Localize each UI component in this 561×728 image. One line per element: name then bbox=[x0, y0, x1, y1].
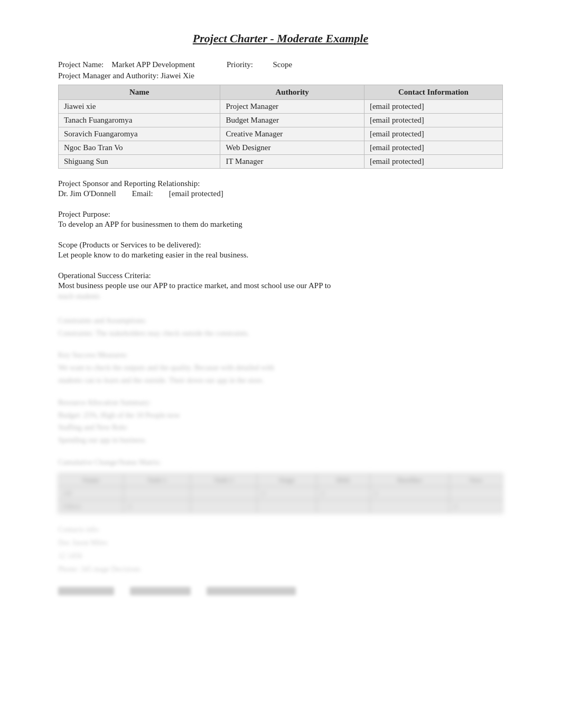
success-section: Operational Success Criteria: Most busin… bbox=[58, 271, 503, 303]
project-info-row: Project Name: Market APP Development Pri… bbox=[58, 60, 503, 69]
table-row: Soravich FuangaromyaCreative Manager[ema… bbox=[59, 127, 503, 141]
cell-name: Shiguang Sun bbox=[59, 155, 220, 169]
cell-name: Ngoc Bao Tran Vo bbox=[59, 141, 220, 155]
table-row: Shiguang SunIT Manager[email protected] bbox=[59, 155, 503, 169]
blurred-contacts: Contacts info: Doc Jason Miles 12 1456 P… bbox=[58, 523, 503, 576]
blurred-section-2: Key Success Measures:We want to check th… bbox=[58, 349, 503, 386]
scope-section-label: Scope (Products or Services to be delive… bbox=[58, 241, 503, 250]
cell-name: Soravich Fuangaromya bbox=[59, 127, 220, 141]
purpose-section: Project Purpose: To develop an APP for b… bbox=[58, 210, 503, 229]
blurred-footer: Signature: Team CC Approval: 2014/08/23 … bbox=[58, 587, 503, 595]
page-title: Project Charter - Moderate Example bbox=[58, 32, 503, 45]
success-content: Most business people use our APP to prac… bbox=[58, 281, 503, 303]
sponsor-email: [email protected] bbox=[169, 189, 223, 198]
scope-section: Scope (Products or Services to be delive… bbox=[58, 241, 503, 260]
cell-contact: [email protected] bbox=[364, 114, 502, 127]
cell-contact: [email protected] bbox=[364, 141, 502, 155]
cell-authority: Project Manager bbox=[220, 100, 364, 114]
blurred-section-1: Constraints and Assumptions:Constraints:… bbox=[58, 315, 503, 340]
project-name-value: Market APP Development bbox=[111, 60, 195, 69]
blurred-section-3: Resource Allocation Summary:Budget: 25%,… bbox=[58, 397, 503, 447]
manager-name: Jiawei Xie bbox=[161, 71, 194, 80]
sponsor-label: Project Sponsor and Reporting Relationsh… bbox=[58, 179, 503, 188]
cell-contact: [email protected] bbox=[364, 155, 502, 169]
success-blurred: teach students bbox=[58, 292, 100, 300]
priority-label: Priority: bbox=[227, 60, 253, 69]
table-row: Jiawei xieProject Manager[email protecte… bbox=[59, 100, 503, 114]
cell-authority: IT Manager bbox=[220, 155, 364, 169]
blurred-table: Name Task 1 Task 2 Stage Risk Baseline N… bbox=[58, 473, 503, 513]
project-manager-row: Project Manager and Authority: Jiawei Xi… bbox=[58, 71, 503, 80]
project-name-field: Project Name: Market APP Development bbox=[58, 60, 195, 69]
col-contact: Contact Information bbox=[364, 85, 502, 100]
success-label: Operational Success Criteria: bbox=[58, 271, 503, 280]
table-row: Ngoc Bao Tran VoWeb Designer[email prote… bbox=[59, 141, 503, 155]
cell-contact: [email protected] bbox=[364, 100, 502, 114]
manager-label: Project Manager and Authority: bbox=[58, 71, 158, 80]
col-authority: Authority bbox=[220, 85, 364, 100]
sponsor-name: Dr. Jim O'Donnell bbox=[58, 189, 116, 198]
blurred-table-section: Cumulative Change/Status Matrix: Name Ta… bbox=[58, 456, 503, 513]
cell-authority: Web Designer bbox=[220, 141, 364, 155]
priority-field: Priority: Scope bbox=[227, 60, 292, 69]
project-name-label: Project Name: bbox=[58, 60, 104, 69]
sponsor-section: Project Sponsor and Reporting Relationsh… bbox=[58, 179, 503, 198]
scope-content: Let people know to do marketing easier i… bbox=[58, 251, 503, 260]
cell-authority: Creative Manager bbox=[220, 127, 364, 141]
col-name: Name bbox=[59, 85, 220, 100]
purpose-content: To develop an APP for businessmen to the… bbox=[58, 220, 503, 229]
cell-name: Tanach Fuangaromya bbox=[59, 114, 220, 127]
sponsor-email-label: Email: bbox=[132, 189, 153, 198]
cell-contact: [email protected] bbox=[364, 127, 502, 141]
scope-label: Scope bbox=[273, 60, 293, 69]
table-row: Tanach FuangaromyaBudget Manager[email p… bbox=[59, 114, 503, 127]
sponsor-row: Dr. Jim O'Donnell Email: [email protecte… bbox=[58, 189, 503, 198]
team-table: Name Authority Contact Information Jiawe… bbox=[58, 85, 503, 169]
purpose-label: Project Purpose: bbox=[58, 210, 503, 219]
cell-authority: Budget Manager bbox=[220, 114, 364, 127]
cell-name: Jiawei xie bbox=[59, 100, 220, 114]
